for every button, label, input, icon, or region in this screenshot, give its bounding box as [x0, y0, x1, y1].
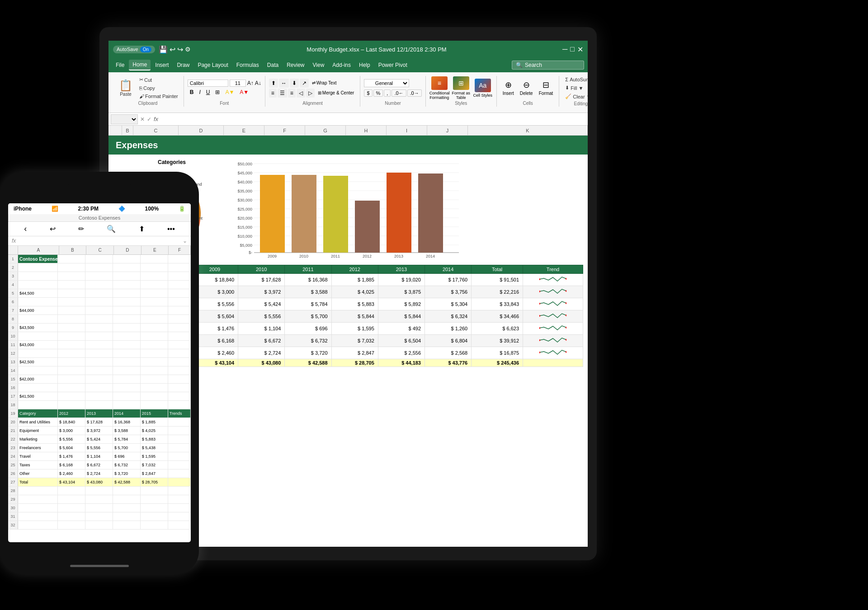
col-header-B[interactable]: B: [122, 126, 133, 135]
phone-cell[interactable]: $ 5,424: [85, 435, 113, 443]
table-cell-2010[interactable]: $ 5,556: [238, 310, 285, 323]
phone-cell[interactable]: [18, 315, 58, 323]
autosave-control[interactable]: AutoSave On: [113, 46, 155, 53]
phone-cell[interactable]: [58, 401, 85, 409]
phone-cell[interactable]: 2015: [141, 409, 168, 418]
bold-button[interactable]: B: [188, 88, 196, 96]
table-cell-2012[interactable]: $ 4,025: [331, 286, 378, 298]
align-right-button[interactable]: ≡: [288, 89, 296, 98]
align-center-button[interactable]: ☰: [278, 89, 287, 98]
redo-icon[interactable]: ↪: [177, 45, 183, 54]
phone-cell[interactable]: [141, 495, 168, 503]
table-cell-2014[interactable]: $ 43,776: [425, 359, 472, 367]
merge-center-button[interactable]: ⊞ Merge & Center: [316, 89, 357, 98]
font-size-increase-icon[interactable]: A↑: [247, 80, 254, 86]
menu-formulas[interactable]: Formulas: [233, 60, 263, 70]
phone-cell[interactable]: [113, 487, 141, 495]
phone-cell[interactable]: $ 16,368: [113, 418, 141, 426]
col-header-C[interactable]: C: [133, 126, 179, 135]
phone-cell[interactable]: [141, 315, 168, 323]
maximize-icon[interactable]: □: [570, 45, 575, 54]
table-cell-2014[interactable]: $ 17,760: [425, 274, 472, 286]
phone-cell[interactable]: [113, 255, 141, 263]
table-cell-2014[interactable]: $ 1,260: [425, 323, 472, 335]
table-cell-2013[interactable]: $ 2,556: [378, 347, 425, 359]
phone-cell[interactable]: [168, 392, 191, 400]
phone-col-hdr-C[interactable]: C: [86, 246, 114, 254]
phone-cell[interactable]: [141, 392, 168, 400]
phone-cell[interactable]: [113, 512, 141, 521]
phone-cell[interactable]: [58, 512, 85, 521]
phone-cell[interactable]: [168, 427, 191, 435]
phone-cell[interactable]: [168, 324, 191, 332]
table-cell-2011[interactable]: $ 3,588: [285, 286, 331, 298]
phone-cell[interactable]: [168, 358, 191, 366]
phone-cell[interactable]: [113, 263, 141, 272]
autosave-state[interactable]: On: [140, 47, 151, 52]
phone-cell[interactable]: [18, 521, 58, 529]
phone-cell[interactable]: [113, 298, 141, 306]
phone-cell[interactable]: 2014: [113, 409, 141, 418]
border-button[interactable]: ⊞: [213, 88, 222, 96]
phone-more-button[interactable]: •••: [167, 225, 175, 233]
phone-cell[interactable]: $ 6,672: [85, 461, 113, 469]
paste-button[interactable]: 📋 Paste: [116, 76, 136, 100]
phone-cell[interactable]: [58, 298, 85, 306]
align-left-button[interactable]: ≡: [269, 89, 277, 98]
phone-cell[interactable]: $ 5,438: [141, 444, 168, 452]
table-cell-2011[interactable]: $ 5,700: [285, 310, 331, 323]
phone-cell[interactable]: [85, 401, 113, 409]
cell-styles-button[interactable]: Aa Cell Styles: [473, 79, 493, 98]
phone-cell[interactable]: [168, 444, 191, 452]
phone-cell[interactable]: $ 1,885: [141, 418, 168, 426]
phone-cell[interactable]: [58, 255, 85, 263]
table-cell-2010[interactable]: $ 5,424: [238, 298, 285, 310]
wrap-text-button[interactable]: ⇌ Wrap Text: [310, 79, 339, 88]
autosum-button[interactable]: Σ AutoSum ▼: [563, 76, 588, 83]
phone-cell[interactable]: [58, 504, 85, 512]
phone-cell[interactable]: [85, 281, 113, 289]
table-cell-2014[interactable]: $ 6,324: [425, 310, 472, 323]
phone-cell[interactable]: [113, 375, 141, 383]
table-cell-2012[interactable]: $ 2,847: [331, 347, 378, 359]
phone-cell[interactable]: [85, 366, 113, 375]
table-cell-total[interactable]: $ 33,843: [472, 298, 523, 310]
phone-cell[interactable]: [58, 495, 85, 503]
conditional-formatting-button[interactable]: ≡ Conditional Formatting: [429, 76, 449, 100]
menu-addins[interactable]: Add-ins: [329, 60, 354, 70]
table-cell-2013[interactable]: $ 5,844: [378, 310, 425, 323]
phone-cell[interactable]: $ 1,104: [85, 452, 113, 460]
phone-cell[interactable]: $ 43,080: [85, 478, 113, 486]
phone-cell[interactable]: [58, 306, 85, 314]
menu-home[interactable]: Home: [129, 60, 151, 70]
phone-cell[interactable]: [168, 289, 191, 297]
phone-cell[interactable]: 2012: [58, 409, 85, 418]
phone-cell[interactable]: [168, 263, 191, 272]
phone-cell[interactable]: $ 3,000: [58, 427, 85, 435]
phone-cell[interactable]: [141, 298, 168, 306]
menu-view[interactable]: View: [309, 60, 328, 70]
phone-cell[interactable]: [168, 366, 191, 375]
phone-cell[interactable]: [113, 349, 141, 357]
phone-cell[interactable]: [85, 255, 113, 263]
phone-cell[interactable]: [141, 521, 168, 529]
phone-cell[interactable]: $ 7,032: [141, 461, 168, 469]
menu-draw[interactable]: Draw: [173, 60, 193, 70]
table-cell-2011[interactable]: $ 42,588: [285, 359, 331, 367]
format-as-table-button[interactable]: ⊞ Format as Table: [451, 76, 471, 100]
delete-button[interactable]: ⊖ Delete: [518, 79, 535, 97]
phone-cell[interactable]: [58, 349, 85, 357]
phone-cell[interactable]: [58, 332, 85, 340]
phone-cell[interactable]: [141, 255, 168, 263]
menu-data[interactable]: Data: [264, 60, 282, 70]
decrease-indent-button[interactable]: ◁: [297, 89, 305, 98]
phone-cell[interactable]: [18, 512, 58, 521]
increase-indent-button[interactable]: ▷: [306, 89, 315, 98]
table-cell-2013[interactable]: $ 5,892: [378, 298, 425, 310]
phone-cell[interactable]: [18, 504, 58, 512]
phone-cell[interactable]: $ 1,476: [58, 452, 85, 460]
phone-cell[interactable]: $ 3,720: [113, 469, 141, 478]
number-format-select[interactable]: General: [364, 79, 409, 87]
phone-cell[interactable]: [85, 324, 113, 332]
phone-cell[interactable]: [85, 375, 113, 383]
